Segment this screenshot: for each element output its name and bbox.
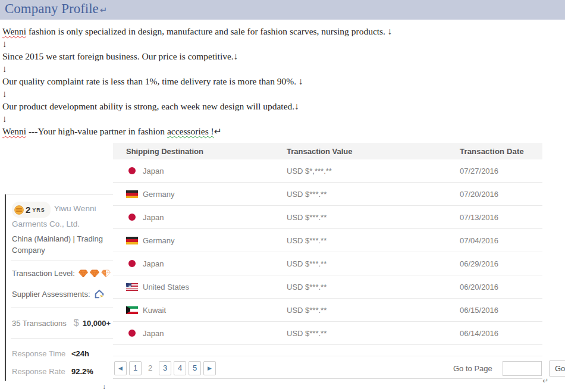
- country-label: Japan: [143, 167, 164, 175]
- supplier-assessments-row: Supplier Assessments:: [12, 289, 105, 299]
- response-rate-label: Response Rate: [12, 367, 65, 376]
- transactions-row: 35 Transactions $ 10,000+: [12, 318, 111, 328]
- col-transaction-date: Transaction Date: [460, 147, 542, 156]
- transactions-count: 35 Transactions: [12, 319, 67, 328]
- current-page-label: 2: [144, 361, 156, 375]
- years-suffix: YRS: [32, 203, 45, 217]
- transaction-value: USD $***.**: [287, 283, 460, 291]
- supplier-info-panel: 2 YRS Yiwu Wenni Garments Co., Ltd. Chin…: [5, 194, 113, 381]
- transaction-value: USD $***.**: [287, 306, 460, 315]
- paragraph-break-mark: ↓: [2, 37, 538, 50]
- divider: [113, 356, 542, 356]
- paragraph-break-mark: ↓: [2, 112, 538, 125]
- transaction-level-row: Transaction Level:: [12, 269, 111, 278]
- response-time-label: Response Time: [12, 349, 65, 358]
- germany-flag-icon: [126, 190, 138, 198]
- go-button[interactable]: Go: [549, 360, 565, 377]
- divider: [113, 378, 542, 379]
- return-mark: ↵: [100, 5, 108, 15]
- assessment-badge-icon[interactable]: [94, 289, 105, 299]
- description-line: Since 2015 we start foreign business. Ou…: [2, 50, 538, 62]
- divider: [11, 261, 113, 261]
- next-arrow-icon: ▶: [208, 365, 212, 371]
- japan-flag-icon: [126, 330, 138, 337]
- table-row: Japan USD $*,***.** 07/27/2016: [113, 159, 542, 183]
- col-transaction-value: Transaction Value: [287, 147, 460, 156]
- transaction-date: 06/15/2016: [460, 306, 542, 315]
- divider: [11, 308, 113, 308]
- response-time-value: <24h: [71, 349, 89, 358]
- country-label: Kuwait: [143, 306, 166, 315]
- country-label: United States: [143, 283, 189, 291]
- prev-page-button[interactable]: ◀: [114, 361, 127, 375]
- go-to-page-input[interactable]: [503, 361, 542, 376]
- country-label: Japan: [143, 329, 164, 338]
- transaction-level-label: Transaction Level:: [12, 269, 75, 278]
- country-label: Germany: [143, 190, 174, 199]
- page-button-5[interactable]: 5: [189, 361, 201, 375]
- supplier-assessments-label: Supplier Assessments:: [12, 290, 90, 299]
- table-row: Japan USD $***.** 06/29/2016: [113, 252, 542, 275]
- response-time-row: Response Time <24h: [12, 349, 65, 358]
- page-title: Company Profile↵: [5, 1, 107, 17]
- paragraph-break-mark: ↓: [2, 87, 538, 100]
- country-label: Germany: [143, 236, 174, 245]
- transaction-date: 07/04/2016: [460, 236, 542, 245]
- next-page-button[interactable]: ▶: [203, 361, 216, 375]
- transaction-value: USD $***.**: [287, 236, 460, 245]
- table-row: Germany USD $***.** 07/04/2016: [113, 229, 542, 252]
- transaction-value: USD $*,***.**: [287, 167, 460, 175]
- company-description: Wenni fashion is only specialized in des…: [2, 25, 538, 137]
- description-line: Wenni fashion is only specialized in des…: [2, 25, 538, 37]
- col-shipping-destination: Shipping Destination: [113, 147, 287, 156]
- table-row: Kuwait USD $***.** 06/15/2016: [113, 299, 542, 322]
- years-count: 2: [26, 203, 30, 216]
- table-row: Japan USD $***.** 07/13/2016: [113, 206, 542, 229]
- transaction-date: 06/29/2016: [460, 259, 542, 268]
- japan-flag-icon: [126, 260, 138, 268]
- table-row: United States USD $***.** 06/20/2016: [113, 275, 542, 299]
- company-profile-page: Company Profile↵ Wenni fashion is only s…: [0, 0, 565, 392]
- section-header-bar: Company Profile↵: [0, 0, 565, 20]
- orange-diamond-icon: [90, 269, 99, 278]
- page-button-1[interactable]: 1: [129, 361, 142, 375]
- response-rate-row: Response Rate 92.2%: [12, 367, 65, 376]
- transaction-date: 07/20/2016: [460, 190, 542, 199]
- transaction-level-diamonds: [79, 269, 111, 278]
- japan-flag-icon: [126, 214, 138, 221]
- transaction-date: 07/27/2016: [460, 167, 542, 175]
- gold-supplier-years-badge[interactable]: 2 YRS: [12, 202, 51, 218]
- page-button-4[interactable]: 4: [174, 361, 186, 375]
- response-rate-value: 92.2%: [71, 367, 93, 376]
- gold-coin-icon: [14, 205, 24, 215]
- stray-return-mark: ↵: [542, 377, 548, 385]
- transaction-value: USD $***.**: [287, 329, 460, 338]
- kuwait-flag-icon: [126, 306, 138, 314]
- japan-flag-icon: [126, 167, 138, 175]
- transaction-date: 06/14/2016: [460, 329, 542, 338]
- pagination: ◀ 1 2 3 4 5 ▶ Go to Page Go: [113, 360, 565, 378]
- prev-arrow-icon: ◀: [118, 365, 123, 371]
- country-label: Japan: [143, 213, 164, 222]
- divider: [11, 338, 113, 339]
- description-line: Wenni ---Your high-value partner in fash…: [2, 125, 538, 137]
- transaction-date: 07/13/2016: [460, 213, 542, 222]
- table-row: Japan USD $***.** 06/14/2016: [113, 322, 542, 345]
- orange-diamond-icon: [79, 269, 88, 278]
- stray-paragraph-mark: ↓: [102, 382, 106, 391]
- description-line: Our quality complaint rate is less than …: [2, 75, 538, 87]
- page-button-3[interactable]: 3: [159, 361, 171, 375]
- description-line: Our product development ability is stron…: [2, 100, 538, 112]
- dollar-icon: $: [74, 318, 79, 328]
- company-identity: 2 YRS Yiwu Wenni Garments Co., Ltd.: [12, 202, 112, 230]
- germany-flag-icon: [126, 237, 138, 244]
- table-row: Germany USD $***.** 07/20/2016: [113, 183, 542, 206]
- transaction-date: 06/20/2016: [460, 283, 542, 291]
- transactions-amount: 10,000+: [83, 319, 111, 328]
- company-location-type: China (Mainland) | Trading Company: [12, 233, 107, 256]
- transaction-value: USD $***.**: [287, 259, 460, 268]
- transactions-table: Shipping Destination Transaction Value T…: [113, 143, 542, 345]
- transaction-value: USD $***.**: [287, 213, 460, 222]
- us-flag-icon: [126, 283, 138, 291]
- orange-half-diamond-icon: [101, 269, 111, 278]
